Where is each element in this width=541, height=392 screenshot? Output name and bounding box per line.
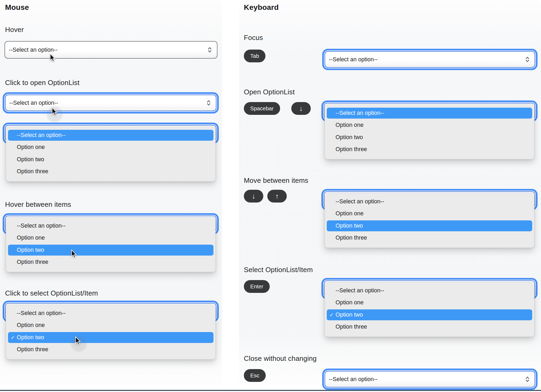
option-two[interactable]: Option two xyxy=(327,220,532,232)
optionlist-popup: --Select an option-- Option one Option t… xyxy=(321,189,538,249)
select-close-demo[interactable]: --Select an option-- xyxy=(325,371,535,387)
checkmark-icon: ✓ xyxy=(329,312,334,318)
option-label: Option one xyxy=(17,235,45,241)
option-one[interactable]: Option one xyxy=(327,208,532,220)
option-two[interactable]: Option two xyxy=(8,153,213,166)
option-two-selected[interactable]: ✓Option two xyxy=(8,332,213,344)
optionlist: --Select an option-- Option one Option t… xyxy=(6,127,216,181)
column-title-mouse: Mouse xyxy=(5,3,29,12)
option-label: --Select an option-- xyxy=(17,310,66,317)
select-value: --Select an option-- xyxy=(329,376,378,383)
optionlist: --Select an option-- Option one ✓Option … xyxy=(325,282,534,337)
option-label: Option one xyxy=(336,122,364,128)
option-label: --Select an option-- xyxy=(336,110,384,116)
option-two[interactable]: Option two xyxy=(327,131,532,144)
option-label: Option two xyxy=(336,312,363,318)
select-focus-demo[interactable]: --Select an option-- xyxy=(325,51,535,68)
option-label: Option three xyxy=(336,146,367,153)
section-label-open: Open OptionList xyxy=(244,88,295,96)
option-placeholder[interactable]: --Select an option-- xyxy=(327,285,532,297)
option-three[interactable]: Option three xyxy=(327,144,532,156)
option-one[interactable]: Option one xyxy=(8,232,213,244)
option-label: --Select an option-- xyxy=(336,198,384,205)
option-one[interactable]: Option one xyxy=(327,119,532,132)
option-label: Option three xyxy=(336,235,367,241)
option-label: Option two xyxy=(336,134,363,141)
chevron-updown-icon xyxy=(208,46,212,53)
option-label: --Select an option-- xyxy=(336,287,384,294)
mouse-cursor-icon xyxy=(71,249,77,258)
option-placeholder[interactable]: --Select an option-- xyxy=(327,196,532,208)
table-bottom-border xyxy=(0,390,541,391)
option-placeholder[interactable]: --Select an option-- xyxy=(8,129,213,142)
option-placeholder[interactable]: --Select an option-- xyxy=(327,107,532,119)
section-label-click-open: Click to open OptionList xyxy=(5,79,79,87)
section-label-close: Close without changing xyxy=(244,354,317,363)
section-label-hover: Hover xyxy=(5,26,24,34)
select-value: --Select an option-- xyxy=(9,100,58,106)
mouse-cursor-icon xyxy=(51,107,57,116)
key-badge-spacebar: Spacebar xyxy=(244,102,280,115)
key-badge-enter: Enter xyxy=(244,280,270,293)
section-label-click-select: Click to select OptionList/Item xyxy=(5,289,98,297)
option-three[interactable]: Option three xyxy=(8,344,213,356)
option-two-selected[interactable]: ✓Option two xyxy=(327,309,532,321)
mouse-cursor-icon xyxy=(50,53,55,62)
mouse-cursor-icon xyxy=(75,336,81,345)
option-label: Option one xyxy=(17,322,45,329)
column-title-keyboard: Keyboard xyxy=(244,3,279,12)
select-click-open-demo[interactable]: --Select an option-- xyxy=(5,95,216,111)
select-value: --Select an option-- xyxy=(9,47,58,53)
optionlist: --Select an option-- Option one Option t… xyxy=(325,104,534,159)
optionlist: --Select an option-- Option one Option t… xyxy=(325,193,534,248)
option-label: --Select an option-- xyxy=(17,132,66,139)
optionlist-popup: --Select an option-- Option one ✓Option … xyxy=(321,278,538,338)
option-placeholder[interactable]: --Select an option-- xyxy=(8,307,213,320)
option-one[interactable]: Option one xyxy=(8,142,213,154)
page: Mouse Hover --Select an option-- Click t… xyxy=(0,0,541,392)
optionlist-popup: --Select an option-- Option one Option t… xyxy=(321,100,538,160)
chevron-updown-icon xyxy=(525,56,530,63)
select-value: --Select an option-- xyxy=(329,56,378,63)
optionlist: --Select an option-- Option one Option t… xyxy=(6,217,216,272)
option-label: Option two xyxy=(17,334,44,341)
option-one[interactable]: Option one xyxy=(327,297,532,309)
key-badge-arrow-down: ↓ xyxy=(244,190,263,203)
option-label: Option three xyxy=(336,324,367,330)
optionlist-popup: --Select an option-- Option one ✓Option … xyxy=(3,301,219,360)
key-badge-tab: Tab xyxy=(244,50,265,62)
option-three[interactable]: Option three xyxy=(327,321,532,333)
optionlist-popup: --Select an option-- Option one Option t… xyxy=(3,123,219,182)
checkmark-icon: ✓ xyxy=(11,334,15,341)
select-hover-demo[interactable]: --Select an option-- xyxy=(5,41,217,59)
key-badge-arrow-up: ↑ xyxy=(267,190,287,203)
option-label: --Select an option-- xyxy=(17,223,66,229)
option-label: Option two xyxy=(17,156,44,163)
section-label-hover-items: Hover between items xyxy=(5,200,71,209)
option-label: Option one xyxy=(336,299,364,306)
option-two[interactable]: Option two xyxy=(8,244,213,256)
chevron-updown-icon xyxy=(207,99,211,106)
key-badge-arrow-down: ↓ xyxy=(291,102,311,115)
option-label: Option two xyxy=(336,223,363,229)
option-placeholder[interactable]: --Select an option-- xyxy=(8,220,213,232)
option-label: Option one xyxy=(17,144,45,151)
option-three[interactable]: Option three xyxy=(8,166,213,178)
chevron-updown-icon xyxy=(525,376,530,383)
option-label: Option three xyxy=(17,259,48,265)
option-label: Option three xyxy=(17,168,48,175)
optionlist-popup: --Select an option-- Option one Option t… xyxy=(3,213,219,273)
option-three[interactable]: Option three xyxy=(327,232,532,244)
key-badge-esc: Esc xyxy=(244,369,266,382)
option-label: Option one xyxy=(336,210,364,217)
section-label-move: Move between items xyxy=(244,176,308,185)
section-label-select-item: Select OptionList/Item xyxy=(244,266,313,274)
option-three[interactable]: Option three xyxy=(8,256,213,269)
option-label: Option two xyxy=(17,247,44,253)
option-label: Option three xyxy=(17,346,48,353)
section-label-focus: Focus xyxy=(244,34,263,42)
optionlist: --Select an option-- Option one ✓Option … xyxy=(6,305,216,359)
option-one[interactable]: Option one xyxy=(8,320,213,332)
